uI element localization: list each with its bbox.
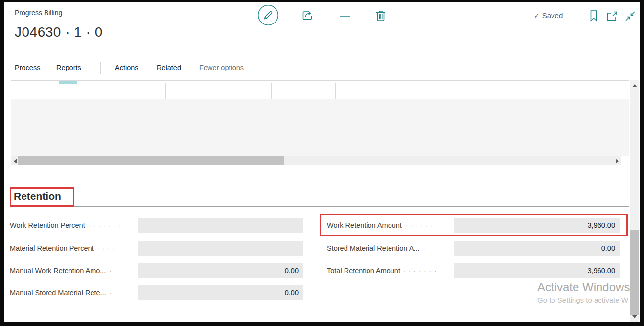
field-leader-dots: ······ xyxy=(405,222,454,229)
grid-column-line xyxy=(165,83,166,99)
grid-column-line xyxy=(335,83,336,99)
field-label: Work Retention Amount xyxy=(327,221,402,229)
edit-pencil-icon[interactable] xyxy=(257,4,279,26)
field-leader-dots: · xyxy=(110,289,138,297)
tab-process[interactable]: Process xyxy=(15,64,40,71)
vertical-scrollbar[interactable] xyxy=(630,80,639,322)
field-row-material-retention-percent: Material Retention Percent ···· xyxy=(10,241,303,256)
field-row-manual-work-retention-amount: Manual Work Retention Amo... · 0.00 xyxy=(10,263,303,278)
stored-material-retention-amount-input[interactable]: 0.00 xyxy=(454,241,620,256)
save-status: ✓ Saved xyxy=(534,11,563,20)
grid-column-line xyxy=(592,83,592,99)
grid-column-line xyxy=(77,81,77,99)
fewer-options-button[interactable]: Fewer options xyxy=(199,64,244,71)
grid-column-header-row[interactable] xyxy=(11,80,629,99)
selected-column-indicator xyxy=(59,81,77,84)
grid-column-line xyxy=(59,81,59,99)
field-row-stored-material-retention-amount: Stored Material Retention A... · 0.00 xyxy=(327,241,620,256)
field-leader-dots: ···· xyxy=(97,245,138,252)
manual-work-retention-amount-input[interactable]: 0.00 xyxy=(138,263,303,278)
horizontal-scrollbar-thumb[interactable] xyxy=(18,156,284,165)
field-label: Manual Work Retention Amo... xyxy=(10,267,106,275)
plus-new-icon[interactable] xyxy=(339,10,351,23)
menu-related[interactable]: Related xyxy=(157,64,181,71)
grid-column-line xyxy=(464,83,464,99)
save-status-label: Saved xyxy=(542,11,563,20)
grid-column-line xyxy=(226,83,226,99)
action-bar: Process Reports Actions Related Fewer op… xyxy=(4,64,640,77)
material-retention-percent-input[interactable] xyxy=(138,241,303,256)
retention-section-divider xyxy=(10,206,629,207)
action-bar-border xyxy=(4,77,640,77)
share-icon[interactable] xyxy=(301,9,315,22)
tab-reports[interactable]: Reports xyxy=(56,64,81,71)
field-row-work-retention-percent: Work Retention Percent ······· xyxy=(10,218,303,233)
field-label: Manual Stored Material Rete... xyxy=(10,289,106,297)
field-label: Stored Material Retention A... xyxy=(327,244,419,252)
screenshot-frame: Progress Billing J04630 · 1 · 0 xyxy=(0,0,644,326)
grid-column-line xyxy=(271,83,272,99)
field-leader-dots: ······· xyxy=(404,267,454,275)
progress-billing-page: Progress Billing J04630 · 1 · 0 xyxy=(4,2,640,322)
manual-stored-material-retention-input[interactable]: 0.00 xyxy=(138,285,303,300)
scroll-right-icon[interactable] xyxy=(616,159,619,163)
field-row-manual-stored-material-retention: Manual Stored Material Rete... · 0.00 xyxy=(10,285,303,300)
scroll-down-icon[interactable] xyxy=(632,315,637,318)
field-label: Material Retention Percent xyxy=(10,244,94,252)
grid-column-line xyxy=(27,81,27,99)
field-row-work-retention-amount: Work Retention Amount ······ 3,960.00 xyxy=(327,218,620,233)
field-label: Total Retention Amount xyxy=(327,267,400,275)
horizontal-scrollbar[interactable] xyxy=(11,156,621,165)
collapse-inward-icon[interactable] xyxy=(624,10,636,22)
work-retention-amount-input[interactable]: 3,960.00 xyxy=(454,218,620,233)
vertical-scrollbar-thumb[interactable] xyxy=(630,230,639,315)
scroll-up-icon[interactable] xyxy=(632,84,637,87)
field-row-total-retention-amount: Total Retention Amount ······· 3,960.00 xyxy=(327,263,620,278)
check-icon: ✓ xyxy=(534,12,540,20)
field-leader-dots: · xyxy=(423,245,454,252)
work-retention-percent-input[interactable] xyxy=(138,218,303,233)
activate-windows-watermark: Activate Windows xyxy=(537,280,630,294)
total-retention-amount-input[interactable]: 3,960.00 xyxy=(454,263,620,278)
bookmark-icon[interactable] xyxy=(590,10,598,22)
grid-column-line xyxy=(399,83,399,99)
grid-empty-area xyxy=(11,99,629,156)
open-in-new-window-icon[interactable] xyxy=(606,11,619,22)
page-caption: Progress Billing xyxy=(15,9,62,17)
retention-section-heading[interactable]: Retention xyxy=(14,190,61,202)
scroll-left-icon[interactable] xyxy=(14,159,17,163)
trash-delete-icon[interactable] xyxy=(375,9,387,22)
menu-actions[interactable]: Actions xyxy=(115,64,138,71)
field-label: Work Retention Percent xyxy=(10,221,85,229)
page-title: J04630 · 1 · 0 xyxy=(15,24,103,40)
field-leader-dots: ······· xyxy=(89,222,138,229)
activate-windows-watermark-subtext: Go to Settings to activate W xyxy=(537,296,628,304)
action-bar-divider xyxy=(100,62,101,74)
field-leader-dots: · xyxy=(109,267,138,275)
grid-column-line xyxy=(527,83,527,99)
